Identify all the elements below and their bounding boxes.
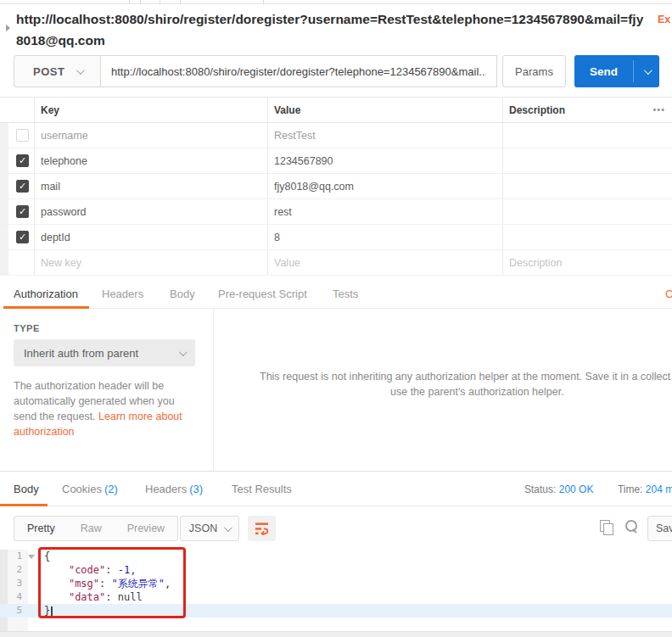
- check-cell: ✓: [0, 225, 34, 249]
- tab-tests[interactable]: Tests: [333, 288, 358, 300]
- description-cell[interactable]: [502, 199, 672, 224]
- url-input[interactable]: [100, 55, 497, 87]
- headers-label: Headers: [145, 483, 187, 495]
- row-checkbox[interactable]: ✓: [16, 129, 29, 142]
- tab-divider: [160, 0, 160, 4]
- table-row: ✓ password rest: [0, 199, 672, 225]
- tab-authorization[interactable]: Authorization: [14, 288, 78, 300]
- value-cell[interactable]: fjy8018@qq.com: [267, 174, 502, 198]
- code-token: :: [105, 564, 117, 576]
- description-cell[interactable]: [502, 123, 672, 148]
- examples-link[interactable]: Ex: [658, 14, 670, 25]
- chevron-down-icon: [643, 66, 652, 75]
- method-dropdown[interactable]: POST: [14, 55, 101, 87]
- auth-type-value: Inherit auth from parent: [24, 347, 138, 360]
- language-dropdown[interactable]: JSON: [180, 516, 239, 541]
- word-wrap-button[interactable]: [248, 516, 276, 541]
- response-tabs: Body Cookies(2) Headers(3) Test Results …: [0, 472, 672, 506]
- row-checkbox[interactable]: ✓: [16, 154, 29, 167]
- chevron-down-icon: [179, 348, 188, 356]
- collapse-caret-icon[interactable]: [6, 25, 10, 31]
- key-cell[interactable]: deptId: [34, 225, 267, 249]
- code-line[interactable]: 5}: [0, 604, 672, 617]
- code-line[interactable]: 2 "code": -1,: [0, 563, 672, 577]
- postman-app: { "colors": { "accent_orange": "#F26B3A"…: [0, 0, 672, 637]
- new-key-input[interactable]: [41, 257, 256, 269]
- row-checkbox[interactable]: ✓: [16, 180, 29, 193]
- tab-headers[interactable]: Headers: [102, 288, 143, 300]
- code-token: ,: [165, 578, 171, 590]
- header-check-cell: [0, 98, 34, 122]
- tab-response-headers[interactable]: Headers(3): [145, 483, 203, 495]
- row-checkbox[interactable]: ✓: [16, 205, 29, 218]
- tab-response-body[interactable]: Body: [14, 483, 39, 495]
- key-cell[interactable]: username: [34, 123, 267, 148]
- send-label: Send: [574, 55, 633, 87]
- description-cell[interactable]: [502, 174, 672, 198]
- cookies-label: Cookies: [62, 483, 102, 495]
- value-cell[interactable]: 1234567890: [267, 148, 502, 173]
- mode-raw[interactable]: Raw: [68, 517, 115, 540]
- value-cell[interactable]: 8: [267, 225, 502, 249]
- params-table: Key Value Description ••• ✓ username Res…: [0, 97, 672, 276]
- new-description-cell: [502, 250, 672, 275]
- tab-pre-request-script[interactable]: Pre-request Script: [218, 288, 307, 300]
- send-button[interactable]: Send: [574, 55, 659, 87]
- mode-preview[interactable]: Preview: [115, 517, 177, 540]
- status-value[interactable]: 200 OK: [559, 483, 594, 495]
- more-options-icon[interactable]: •••: [652, 104, 665, 115]
- send-options-button[interactable]: [634, 55, 659, 87]
- key-cell[interactable]: password: [34, 199, 267, 224]
- code-line[interactable]: 4 "data": null: [0, 590, 672, 604]
- text-cursor: [51, 606, 53, 617]
- row-drag-handle[interactable]: [0, 123, 8, 148]
- tab-body[interactable]: Body: [170, 288, 195, 300]
- auth-type-dropdown[interactable]: Inherit auth from parent: [14, 339, 195, 366]
- key-cell[interactable]: mail: [34, 174, 267, 198]
- time-value[interactable]: 204 ms: [646, 483, 672, 495]
- params-button[interactable]: Params: [502, 55, 566, 87]
- new-value-input[interactable]: [274, 257, 491, 269]
- copy-icon[interactable]: [600, 520, 612, 534]
- check-icon: ✓: [19, 156, 26, 165]
- code-token: :: [105, 591, 117, 603]
- new-description-input[interactable]: [509, 257, 664, 269]
- method-label: POST: [33, 65, 64, 78]
- code-token: "msg": [69, 578, 99, 590]
- description-cell[interactable]: [502, 225, 672, 249]
- tab-divider: [263, 0, 264, 4]
- search-icon[interactable]: [625, 520, 639, 534]
- fold-caret-icon[interactable]: [28, 555, 35, 559]
- status-label: Status:: [524, 483, 556, 495]
- code-line[interactable]: 1{: [0, 550, 672, 563]
- code-line[interactable]: 3 "msg": "系统异常",: [0, 577, 672, 590]
- tab-cookies[interactable]: Cookies(2): [62, 483, 118, 495]
- row-checkbox[interactable]: ✓: [16, 231, 29, 243]
- chevron-down-icon: [76, 66, 85, 75]
- auth-help-text: The authorization header will be automat…: [14, 378, 200, 439]
- response-code-lines: 1{2 "code": -1,3 "msg": "系统异常",4 "data":…: [0, 550, 672, 617]
- description-cell[interactable]: [502, 148, 672, 173]
- value-cell[interactable]: RestTest: [267, 123, 502, 148]
- mode-pretty[interactable]: Pretty: [14, 517, 68, 540]
- row-drag-handle[interactable]: [0, 199, 8, 224]
- check-cell: [0, 250, 34, 275]
- row-drag-handle[interactable]: [0, 174, 8, 198]
- code-token: "data": [69, 591, 105, 603]
- value-cell[interactable]: rest: [267, 199, 502, 224]
- save-response-button[interactable]: Sav: [647, 516, 672, 541]
- response-body-editor[interactable]: 1{2 "code": -1,3 "msg": "系统异常",4 "data":…: [0, 550, 672, 631]
- inherit-note-line1: This request is not inheriting any autho…: [260, 371, 670, 383]
- key-cell[interactable]: telephone: [34, 148, 267, 173]
- row-drag-handle[interactable]: [0, 225, 8, 249]
- line-number: 1: [0, 550, 22, 563]
- check-icon: ✓: [19, 207, 26, 216]
- line-number: 5: [0, 604, 22, 617]
- code-token: [44, 578, 69, 590]
- tab-test-results[interactable]: Test Results: [232, 483, 292, 495]
- row-drag-handle[interactable]: [0, 148, 8, 173]
- table-row: ✓ deptId 8: [0, 225, 672, 250]
- code-token: null: [118, 591, 143, 603]
- cookies-link-partial[interactable]: C: [665, 288, 672, 300]
- horizontal-scrollbar-track[interactable]: [0, 631, 672, 637]
